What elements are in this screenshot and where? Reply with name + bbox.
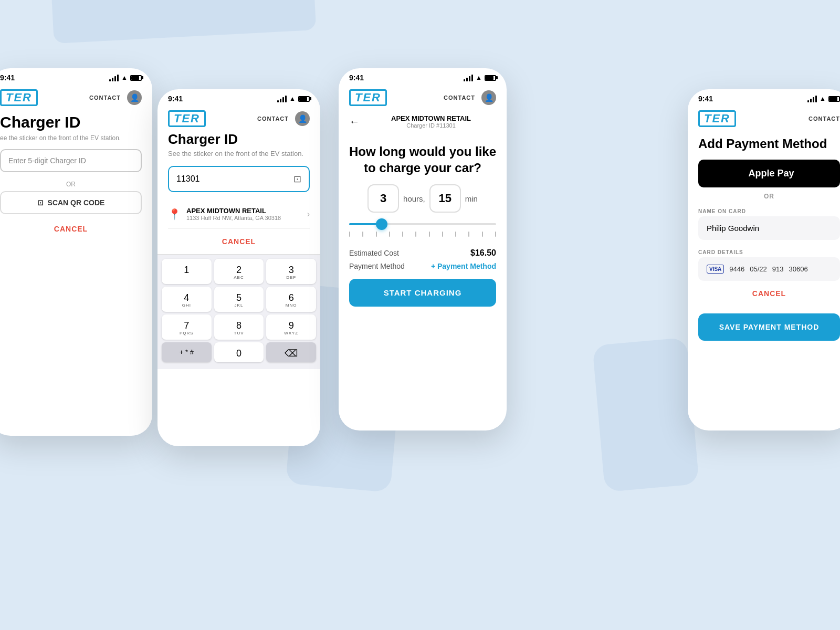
visa-label: VISA [707,265,724,274]
tick-10 [468,232,469,237]
tick-9 [455,232,456,237]
status-icons-1: ▲ [109,74,142,81]
logo-4: TER [698,110,736,127]
cost-section: Estimated Cost $16.50 Payment Method + P… [339,248,507,270]
status-icons-4: ▲ [807,95,840,102]
estimated-cost-value: $16.50 [470,248,496,258]
card-expiry: 05/22 [750,265,767,273]
page-subtitle-2: See the sticker on the front of the EV s… [168,150,310,158]
slider-thumb[interactable] [376,218,387,230]
location-name-2: APEX MIDTOWN RETAIL [186,207,302,215]
qr-icon-1: ⊡ [37,198,44,207]
status-icons-3: ▲ [464,74,496,81]
screen-charging-duration: 9:41 ▲ TER CONTACT 👤 ← APEX MIDTOWN RETA… [339,68,507,430]
status-bar-2: 9:41 ▲ [158,89,320,106]
tick-4 [389,232,390,237]
input-value-2: 11301 [176,174,200,184]
header-right-4: CONTACT [808,116,840,122]
status-time-1: 9:41 [0,74,15,82]
tick-5 [402,232,403,237]
card-details-row[interactable]: VISA 9446 05/22 913 30606 [698,257,840,281]
contact-label-2[interactable]: CONTACT [257,116,289,122]
contact-label-4[interactable]: CONTACT [808,116,840,122]
key-row-4: + * # 0 ⌫ [162,342,316,362]
hours-label: hours, [403,194,425,203]
key-9[interactable]: 9 WXYZ [266,314,316,340]
key-6[interactable]: 6 MNO [266,287,316,312]
contact-label-1[interactable]: CONTACT [89,94,121,101]
or-section: OR [688,193,840,200]
status-time-3: 9:41 [349,74,364,82]
key-row-3: 7 PQRS 8 TUV 9 WXYZ [162,314,316,340]
start-charging-btn[interactable]: START CHARGING [349,279,496,307]
back-header-3: ← APEX MIDTOWN RETAIL Charger ID #11301 [339,110,507,133]
charge-question: How long would you like to charge your c… [339,133,507,184]
location-info-2: APEX MIDTOWN RETAIL 1133 Huff Rd NW, Atl… [186,207,302,221]
key-symbols[interactable]: + * # [162,342,212,362]
card-cvv: 913 [772,265,784,273]
charger-id-input-2[interactable]: 11301 ⊡ [168,166,310,192]
scan-qr-btn-1[interactable]: ⊡ SCAN QR CODE [0,191,142,214]
location-result-2[interactable]: 📍 APEX MIDTOWN RETAIL 1133 Huff Rd NW, A… [168,200,310,229]
name-on-card-label: NAME ON CARD [688,204,840,216]
status-time-2: 9:41 [168,94,183,103]
hours-box[interactable]: 3 [368,184,399,213]
avatar-2[interactable]: 👤 [295,111,310,126]
add-payment-link[interactable]: + Payment Method [431,262,496,270]
back-arrow-3[interactable]: ← [349,116,360,128]
save-payment-method-btn[interactable]: SAVE PAYMENT METHOD [698,313,840,341]
avatar-1[interactable]: 👤 [127,90,142,105]
card-details-label: CARD DETAILS [688,245,840,257]
signal-icon-4 [807,96,817,102]
charger-id-input-1[interactable]: Enter 5-digit Charger ID [0,149,142,172]
tick-6 [415,232,416,237]
key-7[interactable]: 7 PQRS [162,314,212,340]
minutes-box[interactable]: 15 [429,184,461,213]
page-subtitle-1: ee the sticker on the front of the EV st… [0,134,152,149]
key-2[interactable]: 2 ABC [214,259,264,284]
qr-scan-icon-2[interactable]: ⊡ [293,173,301,185]
min-label: min [465,194,478,203]
location-title-section-3: APEX MIDTOWN RETAIL Charger ID #11301 [366,114,496,129]
payment-method-row: Payment Method + Payment Method [349,262,496,270]
tick-3 [376,232,377,237]
location-arrow-icon: › [307,209,310,219]
page-title-2: Charger ID [168,131,310,148]
tick-7 [429,232,430,237]
duration-slider[interactable] [339,223,507,238]
card-zip: 30606 [789,265,808,273]
status-time-4: 9:41 [698,94,713,103]
tick-8 [442,232,443,237]
key-8[interactable]: 8 TUV [214,314,264,340]
screen-payment-method: 9:41 ▲ TER CONTACT Add Payment Method Ap… [688,89,840,430]
logo-1: TER [0,89,38,106]
cancel-btn-1[interactable]: CANCEL [0,214,152,244]
screen-charger-id-partial: 9:41 ▲ TER CONTACT 👤 Charger ID ee the s… [0,68,152,436]
status-icons-2: ▲ [277,95,310,102]
cancel-btn-2[interactable]: CANCEL [168,229,310,254]
key-0[interactable]: 0 [214,342,264,362]
wifi-icon-4: ▲ [820,95,826,102]
time-selector: 3 hours, 15 min [339,184,507,213]
name-on-card-field[interactable]: Philip Goodwin [698,216,840,240]
location-address-2: 1133 Huff Rd NW, Atlanta, GA 30318 [186,215,302,221]
apple-pay-btn[interactable]: Apple Pay [698,160,840,187]
battery-icon-3 [485,75,496,81]
key-4[interactable]: 4 GHI [162,287,212,312]
cancel-btn-4[interactable]: CANCEL [688,281,840,306]
avatar-3[interactable]: 👤 [481,90,496,105]
key-5[interactable]: 5 JKL [214,287,264,312]
location-pin-icon: 📍 [168,208,181,220]
key-3[interactable]: 3 DEF [266,259,316,284]
logo-2: TER [168,110,206,127]
battery-icon-1 [130,75,142,81]
header-right-2: CONTACT 👤 [257,111,310,126]
app-header-4: TER CONTACT [688,106,840,131]
key-delete[interactable]: ⌫ [266,342,316,362]
app-header-3: TER CONTACT 👤 [339,85,507,110]
key-1[interactable]: 1 [162,259,212,284]
contact-label-3[interactable]: CONTACT [444,94,475,101]
keyboard-2: 1 2 ABC 3 DEF 4 GHI 5 JKL 6 MN [158,254,320,369]
or-divider-1: OR [0,177,152,191]
screen-charger-id-keyboard: 9:41 ▲ TER CONTACT 👤 Charger ID See the … [158,89,320,446]
